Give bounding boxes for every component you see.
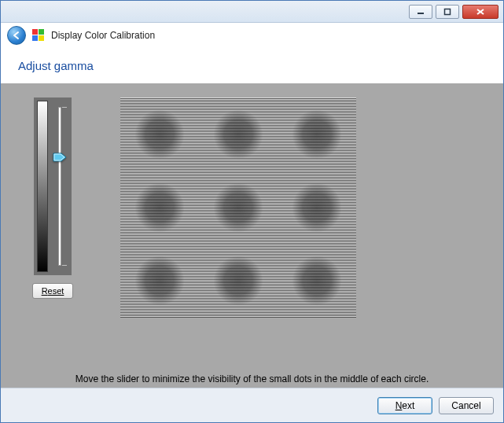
gamma-dot — [278, 97, 356, 171]
app-icon — [32, 29, 45, 42]
gamma-dot — [120, 245, 199, 318]
cancel-button[interactable]: Cancel — [439, 397, 494, 414]
gamma-test-pattern — [120, 97, 356, 318]
next-button[interactable]: Next — [377, 397, 432, 414]
next-button-label: Next — [395, 400, 415, 411]
svg-rect-1 — [445, 9, 451, 14]
gamma-dot — [120, 171, 199, 244]
back-button[interactable] — [7, 26, 26, 45]
gamma-dot — [199, 245, 278, 318]
slider-thumb[interactable] — [53, 153, 67, 162]
reset-button-label: Reset — [42, 286, 64, 296]
window: Display Color Calibration Adjust gamma — [0, 0, 504, 423]
minimize-button[interactable] — [409, 5, 432, 19]
cancel-button-label: Cancel — [451, 400, 480, 411]
instruction-text: Move the slider to minimize the visibili… — [1, 373, 503, 384]
slider-tick-bottom — [62, 265, 67, 266]
maximize-button[interactable] — [436, 5, 459, 19]
back-arrow-icon — [11, 30, 22, 41]
footer: Next Cancel — [1, 388, 503, 422]
gradient-strip — [37, 101, 48, 272]
gamma-slider[interactable] — [51, 101, 68, 272]
gamma-dot — [199, 97, 278, 171]
close-button[interactable] — [462, 5, 498, 19]
dot-grid — [120, 97, 356, 318]
reset-button[interactable]: Reset — [32, 283, 73, 299]
gamma-dot — [120, 97, 199, 171]
title-bar — [1, 1, 503, 23]
gamma-dot — [199, 171, 278, 244]
gamma-dot — [278, 245, 356, 318]
heading-band: Adjust gamma — [1, 48, 503, 83]
app-title: Display Color Calibration — [51, 30, 155, 41]
gamma-slider-panel — [34, 97, 72, 275]
header-row: Display Color Calibration — [1, 23, 503, 48]
page-heading: Adjust gamma — [18, 59, 486, 72]
slider-column: Reset — [32, 97, 73, 299]
gamma-dot — [278, 171, 356, 244]
slider-track-line — [58, 107, 61, 266]
content-area: Reset — [1, 83, 503, 388]
body: Adjust gamma — [1, 48, 503, 388]
slider-tick-top — [62, 107, 67, 108]
